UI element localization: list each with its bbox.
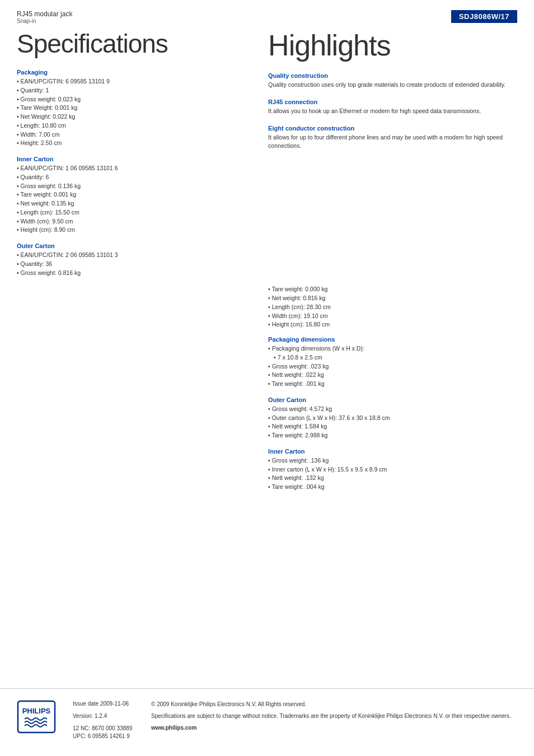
extra-specs-row: Tare weight: 0.000 kg Net weight: 0.816 … [0, 285, 534, 500]
nc-upc: 12 NC: 8670 000 33889 UPC: 6 09585 14261… [73, 725, 140, 740]
list-item: Tare weight: 2.988 kg [268, 431, 517, 440]
highlights-title: Highlights [268, 29, 517, 62]
list-item: Net weight: 0.135 kg [17, 199, 246, 208]
page: RJ45 modular jack Snap-in SDJ8086W/17 Sp… [0, 0, 534, 756]
quality-construction-text: Quality construction uses only top grade… [268, 81, 517, 90]
eight-conductor-text: It allows for up to four different phone… [268, 133, 517, 151]
list-item: Quantity: 1 [17, 86, 246, 95]
inner-carton-title: Inner Carton [17, 156, 246, 162]
list-item: EAN/UPC/GTIN: 1 06 09585 13101 6 [17, 164, 246, 173]
left-specs-continuation [17, 285, 257, 500]
list-item: Nett weight: .022 kg [268, 371, 517, 380]
version: Version: 1.2.4 [73, 712, 140, 720]
issue-date-label: Issue date [73, 701, 100, 707]
footer: PHILIPS Issue date 2009-11-06 Version: 1… [0, 688, 534, 756]
product-sub: Snap-in [17, 18, 72, 24]
model-number-badge: SDJ8086W/17 [451, 10, 517, 23]
list-item: Tare weight: 0.001 kg [17, 190, 246, 199]
inner-carton-title-right: Inner Carton [268, 448, 517, 455]
outer-carton-list-right: Gross weight: 4.572 kg Outer carton (L x… [268, 405, 517, 440]
rj45-connection-text: It allows you to hook up an Ethernet or … [268, 107, 517, 116]
packaging-title: Packaging [17, 69, 246, 76]
list-item: Gross weight: 4.572 kg [268, 405, 517, 414]
quality-construction-section: Quality construction Quality constructio… [268, 72, 517, 90]
inner-carton-section: Inner Carton EAN/UPC/GTIN: 1 06 09585 13… [17, 156, 246, 235]
list-item: Length (cm): 28.30 cm [268, 303, 517, 312]
outer-carton-section-right: Outer Carton Gross weight: 4.572 kg Oute… [268, 396, 517, 440]
list-item: EAN/UPC/GTIN: 6 09585 13101 9 [17, 77, 246, 86]
product-name: RJ45 modular jack [17, 10, 72, 18]
rj45-connection-title: RJ45 connection [268, 99, 517, 105]
rj45-connection-section: RJ45 connection It allows you to hook up… [268, 99, 517, 116]
philips-logo-svg: PHILIPS [17, 700, 56, 734]
inner-carton-section-right: Inner Carton Gross weight: .136 kg Inner… [268, 448, 517, 492]
list-item: Length (cm): 15.50 cm [17, 208, 246, 217]
packaging-dimensions-title: Packaging dimensions [268, 336, 517, 343]
outer-carton-title-left: Outer Carton [17, 242, 246, 249]
list-item: Gross weight: 0.136 kg [17, 182, 246, 191]
outer-carton-section-left: Outer Carton EAN/UPC/GTIN: 2 06 09585 13… [17, 242, 246, 277]
list-item: Length: 10.80 cm [17, 122, 246, 130]
list-item: Nett weight: 1.584 kg [268, 422, 517, 431]
list-item: Gross weight: .023 kg [268, 362, 517, 371]
footer-info: Issue date 2009-11-06 Version: 1.2.4 12 … [73, 700, 517, 745]
list-item: Width: 7.00 cm [17, 130, 246, 139]
version-label: Version: [73, 713, 93, 719]
inner-carton-list: EAN/UPC/GTIN: 1 06 09585 13101 6 Quantit… [17, 164, 246, 235]
upc-value: UPC: 6 09585 14261 9 [73, 733, 130, 739]
quality-construction-title: Quality construction [268, 72, 517, 79]
footer-col3: © 2009 Koninklijke Philips Electronics N… [151, 700, 517, 745]
list-item: Height (cm): 16.80 cm [268, 320, 517, 329]
outer-carton-list-left: EAN/UPC/GTIN: 2 06 09585 13101 3 Quantit… [17, 251, 246, 277]
right-specs-area: Tare weight: 0.000 kg Net weight: 0.816 … [257, 285, 517, 500]
list-item: Width (cm): 19.10 cm [268, 312, 517, 321]
eight-conductor-section: Eight conductor construction It allows f… [268, 125, 517, 151]
website-link[interactable]: www.philips.com [151, 724, 517, 732]
specifications-column: Specifications Packaging EAN/UPC/GTIN: 6… [17, 24, 257, 285]
outer-carton-title-right: Outer Carton [268, 396, 517, 403]
packaging-dimensions-section: Packaging dimensions Packaging dimension… [268, 336, 517, 389]
list-item: Inner carton (L x W x H): 15.5 x 9.5 x 8… [268, 465, 517, 474]
list-item: Tare weight: 0.000 kg [268, 285, 517, 294]
list-item: Net weight: 0.816 kg [268, 294, 517, 303]
header-left: RJ45 modular jack Snap-in [17, 10, 72, 24]
list-item: Nett weight: .132 kg [268, 474, 517, 483]
outer-carton-continuation: Tare weight: 0.000 kg Net weight: 0.816 … [268, 285, 517, 329]
disclaimer-text: Specifications are subject to change wit… [151, 712, 517, 720]
svg-text:PHILIPS: PHILIPS [22, 707, 51, 715]
issue-date-value: 2009-11-06 [100, 701, 129, 707]
list-item: Height: 2.50 cm [17, 139, 246, 148]
header: RJ45 modular jack Snap-in SDJ8086W/17 [0, 0, 534, 24]
footer-logo: PHILIPS [17, 700, 62, 735]
list-item: Gross weight: 0.816 kg [17, 269, 246, 278]
list-item: Height (cm): 8.90 cm [17, 226, 246, 235]
list-item: 7 x 10.8 x 2.5 cm [268, 353, 517, 362]
list-item: EAN/UPC/GTIN: 2 06 09585 13101 3 [17, 251, 246, 260]
issue-date: Issue date 2009-11-06 [73, 700, 140, 708]
nc-value: 12 NC: 8670 000 33889 [73, 725, 132, 731]
highlights-column: Highlights Quality construction Quality … [257, 24, 517, 285]
list-item: Tare weight: .004 kg [268, 483, 517, 492]
list-item: Gross weight: .136 kg [268, 456, 517, 465]
packaging-dimensions-list: Packaging dimensions (W x H x D): 7 x 10… [268, 344, 517, 389]
list-item: Net Weight: 0.022 kg [17, 113, 246, 122]
copyright-text: © 2009 Koninklijke Philips Electronics N… [151, 700, 517, 708]
packaging-list: EAN/UPC/GTIN: 6 09585 13101 9 Quantity: … [17, 77, 246, 148]
eight-conductor-title: Eight conductor construction [268, 125, 517, 132]
svg-rect-0 [18, 701, 55, 732]
list-item: Quantity: 36 [17, 260, 246, 269]
list-item: Tare Weight: 0.001 kg [17, 104, 246, 113]
list-item: Quantity: 6 [17, 173, 246, 182]
version-value: 1.2.4 [95, 713, 107, 719]
specs-title: Specifications [17, 29, 246, 59]
list-item: Outer carton (L x W x H): 37.6 x 30 x 18… [268, 414, 517, 423]
packaging-section: Packaging EAN/UPC/GTIN: 6 09585 13101 9 … [17, 69, 246, 148]
main-content: Specifications Packaging EAN/UPC/GTIN: 6… [0, 24, 534, 285]
inner-carton-list-right: Gross weight: .136 kg Inner carton (L x … [268, 456, 517, 492]
list-item: Packaging dimensions (W x H x D): [268, 344, 517, 353]
list-item: Width (cm): 9.50 cm [17, 217, 246, 226]
list-item: Gross weight: 0.023 kg [17, 95, 246, 104]
footer-col1: Issue date 2009-11-06 Version: 1.2.4 12 … [73, 700, 140, 745]
list-item: Tare weight: .001 kg [268, 380, 517, 389]
